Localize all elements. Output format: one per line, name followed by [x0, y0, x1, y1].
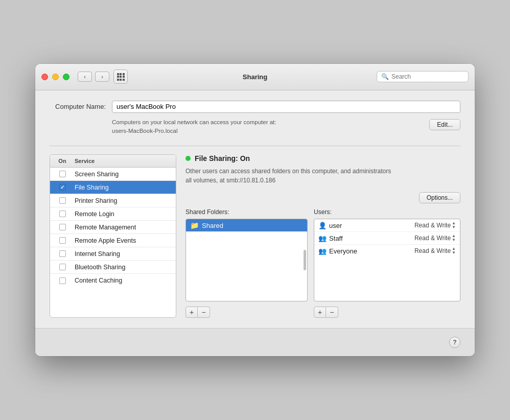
help-button[interactable]: ?	[449, 337, 460, 348]
computer-name-row: Computer Name:	[50, 101, 460, 113]
search-input[interactable]	[391, 73, 464, 80]
add-user-button[interactable]: +	[314, 307, 326, 318]
scrollbar-handle[interactable]	[304, 250, 306, 270]
window-title: Sharing	[243, 73, 267, 81]
address-row: Computers on your local network can acce…	[50, 118, 460, 136]
add-folder-button[interactable]: +	[186, 307, 198, 318]
computer-name-label: Computer Name:	[50, 103, 106, 110]
checkbox-printer-sharing[interactable]	[59, 197, 66, 204]
forward-button[interactable]: ›	[95, 72, 109, 82]
user-name-user: user	[329, 222, 414, 229]
address-text: Computers on your local network can acce…	[112, 118, 276, 136]
service-item-remote-login[interactable]: Remote Login	[50, 207, 176, 221]
folder-item-shared[interactable]: 📁 Shared	[186, 219, 307, 231]
remove-folder-button[interactable]: −	[198, 307, 210, 318]
bottom-bar: ?	[35, 328, 475, 356]
checkbox-screen-sharing[interactable]	[59, 171, 66, 177]
address-line1: Computers on your local network can acce…	[112, 119, 276, 125]
remove-user-button[interactable]: −	[326, 307, 338, 318]
computer-name-input[interactable]	[112, 101, 460, 113]
checkbox-bluetooth-sharing[interactable]	[59, 264, 66, 270]
user-icon-everyone: 👥	[318, 247, 327, 255]
back-button[interactable]: ‹	[78, 72, 92, 82]
service-name-content-caching: Content Caching	[75, 277, 122, 284]
service-name-remote-login: Remote Login	[75, 211, 114, 218]
service-name-internet-sharing: Internet Sharing	[75, 250, 120, 258]
checkbox-cell-internet-sharing	[50, 250, 75, 257]
folder-icon: 📁	[190, 221, 199, 229]
col-service-header: Service	[75, 157, 176, 165]
user-permission-staff: Read & Write ▲▼	[414, 234, 456, 242]
checkbox-cell-remote-management	[50, 224, 75, 230]
user-name-staff: Staff	[329, 235, 414, 242]
service-list-container: On Service Screen Sharing File Sharing	[50, 154, 176, 318]
maximize-button[interactable]	[63, 74, 69, 80]
checkbox-cell-content-caching	[50, 277, 75, 284]
options-button[interactable]: Options...	[419, 192, 460, 203]
checkbox-remote-management[interactable]	[59, 224, 66, 230]
main-window: ‹ › Sharing 🔍 Computer Name: Computers o…	[35, 64, 475, 357]
user-permission-everyone: Read & Write ▲▼	[414, 247, 456, 255]
user-item-everyone[interactable]: 👥 Everyone Read & Write ▲▼	[314, 245, 460, 257]
folder-name-shared: Shared	[202, 222, 223, 229]
service-name-remote-management: Remote Management	[75, 224, 136, 231]
shared-folders-label: Shared Folders:	[186, 208, 308, 216]
service-item-file-sharing[interactable]: File Sharing	[50, 181, 176, 194]
divider	[50, 146, 460, 146]
status-row: File Sharing: On	[186, 154, 460, 162]
status-description: Other users can access shared folders on…	[186, 167, 460, 185]
users-section: Users: 👤 user Read & Write ▲▼	[314, 208, 460, 301]
options-row: Options...	[186, 192, 460, 203]
folders-users-row: Shared Folders: 📁 Shared	[186, 208, 460, 301]
service-item-content-caching[interactable]: Content Caching	[50, 274, 176, 287]
service-name-screen-sharing: Screen Sharing	[75, 171, 119, 178]
service-name-printer-sharing: Printer Sharing	[75, 197, 117, 204]
service-item-internet-sharing[interactable]: Internet Sharing	[50, 247, 176, 261]
search-icon: 🔍	[381, 73, 389, 80]
service-name-remote-apple-events: Remote Apple Events	[75, 237, 136, 244]
user-icon-staff: 👥	[318, 235, 327, 242]
permission-arrows-staff[interactable]: ▲▼	[452, 234, 456, 242]
service-item-remote-management[interactable]: Remote Management	[50, 221, 176, 234]
users-list-inner: 👤 user Read & Write ▲▼ 👥	[314, 219, 460, 301]
checkbox-cell-file-sharing	[50, 184, 75, 191]
grid-icon	[117, 73, 125, 81]
service-item-printer-sharing[interactable]: Printer Sharing	[50, 194, 176, 207]
user-add-remove-buttons: + −	[314, 307, 460, 318]
grid-view-button[interactable]	[113, 69, 128, 84]
status-dot	[186, 156, 191, 161]
checkbox-cell-printer-sharing	[50, 197, 75, 204]
search-bar[interactable]: 🔍	[377, 71, 469, 82]
folders-section: Shared Folders: 📁 Shared	[186, 208, 308, 301]
folder-add-remove-buttons: + −	[186, 307, 308, 318]
users-label: Users:	[314, 208, 460, 216]
checkbox-internet-sharing[interactable]	[59, 250, 66, 257]
shared-folders-list[interactable]: 📁 Shared	[186, 219, 308, 301]
close-button[interactable]	[41, 74, 48, 80]
user-add-remove: + −	[314, 307, 460, 318]
user-name-everyone: Everyone	[329, 247, 414, 255]
checkbox-cell-screen-sharing	[50, 171, 75, 177]
right-panel: File Sharing: On Other users can access …	[186, 154, 460, 318]
checkbox-remote-login[interactable]	[59, 211, 66, 217]
nav-buttons: ‹ ›	[78, 72, 109, 82]
checkbox-content-caching[interactable]	[59, 277, 66, 284]
titlebar: ‹ › Sharing 🔍	[35, 64, 475, 90]
user-permission-user: Read & Write ▲▼	[414, 221, 456, 229]
minimize-button[interactable]	[52, 74, 59, 80]
users-list[interactable]: 👤 user Read & Write ▲▼ 👥	[314, 219, 460, 301]
user-item-staff[interactable]: 👥 Staff Read & Write ▲▼	[314, 232, 460, 245]
checkbox-remote-apple-events[interactable]	[59, 237, 66, 244]
service-item-screen-sharing[interactable]: Screen Sharing	[50, 168, 176, 181]
service-item-bluetooth-sharing[interactable]: Bluetooth Sharing	[50, 261, 176, 274]
permission-arrows-everyone[interactable]: ▲▼	[452, 247, 456, 255]
user-item-user[interactable]: 👤 user Read & Write ▲▼	[314, 219, 460, 232]
traffic-lights	[41, 74, 69, 80]
shared-folders-list-inner: 📁 Shared	[186, 219, 307, 301]
service-item-remote-apple-events[interactable]: Remote Apple Events	[50, 234, 176, 247]
permission-arrows-user[interactable]: ▲▼	[452, 221, 456, 229]
edit-button[interactable]: Edit...	[429, 119, 460, 130]
checkbox-cell-remote-login	[50, 211, 75, 217]
status-title: File Sharing: On	[195, 154, 250, 162]
checkbox-file-sharing[interactable]	[59, 184, 66, 191]
